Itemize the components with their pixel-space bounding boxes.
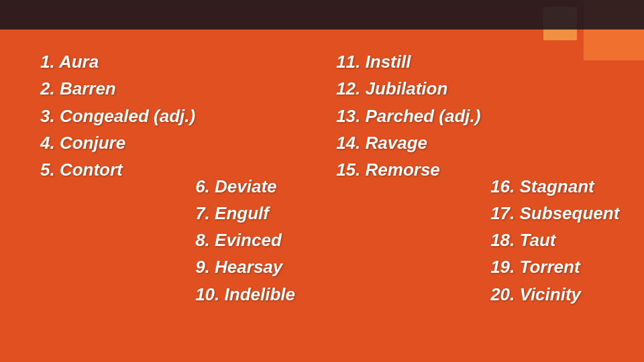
- list-item: 7. Engulf: [195, 200, 336, 227]
- list-item: 15. Remorse: [336, 156, 490, 183]
- header: [0, 0, 644, 29]
- list-item: 10. Indelible: [195, 281, 336, 308]
- list-item: 14. Ravage: [336, 129, 490, 156]
- list-item: 4. Conjure: [40, 129, 195, 156]
- list-item: 13. Parched (adj.): [336, 103, 490, 129]
- column-1: 1. Aura2. Barren3. Congealed (adj.)4. Co…: [40, 48, 195, 314]
- list-item: 17. Subsequent: [490, 200, 631, 227]
- list-item: 19. Torrent: [490, 253, 631, 280]
- list-item: 8. Evinced: [195, 227, 336, 253]
- list-item: 20. Vicinity: [490, 281, 631, 308]
- list-item: 16. Stagnant: [490, 173, 631, 200]
- column-4: 16. Stagnant17. Subsequent18. Taut19. To…: [490, 48, 631, 314]
- column-3: 11. Instill12. Jubilation13. Parched (ad…: [336, 48, 490, 314]
- list-item: 1. Aura: [40, 48, 195, 75]
- content-area: 1. Aura2. Barren3. Congealed (adj.)4. Co…: [0, 29, 644, 328]
- list-item: 18. Taut: [490, 227, 631, 253]
- list-item: 11. Instill: [336, 48, 490, 75]
- list-item: 6. Deviate: [195, 173, 336, 200]
- list-item: 12. Jubilation: [336, 75, 490, 102]
- list-item: 3. Congealed (adj.): [40, 103, 195, 129]
- list-item: 5. Contort: [40, 156, 195, 183]
- column-2: 6. Deviate7. Engulf8. Evinced9. Hearsay1…: [195, 48, 336, 314]
- list-item: 2. Barren: [40, 75, 195, 102]
- list-item: 9. Hearsay: [195, 253, 336, 280]
